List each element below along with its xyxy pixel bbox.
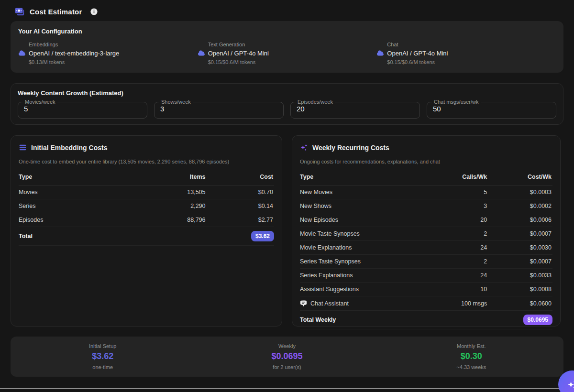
embedding-costs-table: Type Items Cost Movies 13,505 $0.70 Seri…	[19, 169, 274, 246]
embedding-costs-description: One-time cost to embed your entire libra…	[19, 159, 274, 164]
col-calls: Calls/Wk	[426, 169, 492, 185]
chat-msgs-label: Chat msgs/user/wk	[432, 99, 481, 105]
summary-value-2: $0.30	[379, 351, 563, 361]
info-icon[interactable]	[90, 8, 98, 16]
total-label: Total	[19, 227, 141, 246]
table-row: Chat Assistant 100 msgs $0.0600	[300, 296, 552, 311]
total-label: Total Weekly	[300, 311, 426, 329]
sparkles-icon	[300, 143, 308, 152]
shows-per-week-input[interactable]	[160, 105, 277, 115]
table-header-row: Type Calls/Wk Cost/Wk	[300, 169, 552, 185]
table-row: Movie Taste Synopses2$0.0007	[300, 227, 552, 241]
recurring-costs-table: Type Calls/Wk Cost/Wk New Movies5$0.0003…	[300, 169, 552, 329]
provider-model: OpenAI / GPT-4o Mini	[387, 50, 448, 57]
page-title: Cost Estimator	[30, 8, 82, 16]
summary-weekly: Weekly $0.0695 for 2 user(s)	[195, 343, 379, 370]
sparkles-icon	[567, 379, 574, 390]
below-divider-area	[0, 389, 574, 392]
summary-monthly: Monthly Est. $0.30 ~4.33 weeks	[379, 343, 563, 370]
growth-inputs: Movies/week Shows/week Episodes/week Cha…	[18, 99, 556, 119]
weekly-growth-card: Weekly Content Growth (Estimated) Movies…	[11, 83, 563, 125]
total-row: Total $3.62	[19, 227, 274, 246]
table-row: Episodes 88,796 $2.77	[19, 213, 274, 227]
cloud-icon	[376, 49, 384, 57]
provider-price: $0.15/$0.6/M tokens	[387, 59, 556, 65]
table-row: Series Explanations24$0.0033	[300, 269, 552, 283]
provider-category: Embeddings	[29, 42, 198, 47]
cost-cards-row: Initial Embedding Costs One-time cost to…	[11, 135, 563, 327]
weekly-growth-title: Weekly Content Growth (Estimated)	[18, 89, 556, 97]
episodes-per-week-field: Episodes/week	[290, 99, 420, 119]
weekly-recurring-costs-card: Weekly Recurring Costs Ongoing costs for…	[292, 135, 561, 327]
banknotes-icon	[14, 6, 25, 17]
col-cost: Cost	[210, 169, 274, 185]
chat-bubble-icon	[300, 300, 307, 307]
page-header: Cost Estimator	[11, 0, 563, 21]
provider-price: $0.13/M tokens	[29, 59, 198, 65]
table-row: Movie Explanations24$0.0030	[300, 241, 552, 255]
cloud-icon	[18, 49, 26, 57]
provider-model: OpenAI / GPT-4o Mini	[208, 50, 269, 57]
provider-chat: Chat OpenAI / GPT-4o Mini $0.15/$0.6/M t…	[376, 42, 556, 65]
provider-price: $0.15/$0.6/M tokens	[208, 59, 377, 65]
chat-msgs-input[interactable]	[433, 105, 550, 115]
movies-per-week-label: Movies/week	[23, 99, 57, 105]
table-row: Series Taste Synopses2$0.0007	[300, 255, 552, 269]
provider-model: OpenAI / text-embedding-3-large	[29, 50, 119, 57]
table-row: Assistant Suggestions10$0.0008	[300, 283, 552, 296]
table-row: New Movies5$0.0003	[300, 185, 552, 199]
col-type: Type	[19, 169, 141, 185]
col-items: Items	[141, 169, 210, 185]
col-type: Type	[300, 169, 426, 185]
ai-configuration-title: Your AI Configuration	[18, 28, 556, 35]
table-row: Movies 13,505 $0.70	[19, 185, 274, 199]
movies-per-week-input[interactable]	[24, 105, 141, 115]
total-row: Total Weekly $0.0695	[300, 311, 552, 329]
ai-provider-grid: Embeddings OpenAI / text-embedding-3-lar…	[18, 42, 556, 65]
summary-value-1: $0.0695	[195, 351, 379, 361]
provider-category: Text Generation	[208, 42, 377, 47]
cost-estimator-page: Cost Estimator Your AI Configuration Emb…	[0, 0, 574, 377]
episodes-per-week-label: Episodes/week	[296, 99, 335, 105]
embedding-costs-title: Initial Embedding Costs	[31, 144, 107, 152]
queue-list-icon	[19, 143, 27, 152]
table-header-row: Type Items Cost	[19, 169, 274, 185]
col-cost-wk: Cost/Wk	[492, 169, 552, 185]
table-row: New Shows3$0.0002	[300, 199, 552, 213]
table-row: Series 2,290 $0.14	[19, 199, 274, 213]
shows-per-week-field: Shows/week	[154, 99, 284, 119]
movies-per-week-field: Movies/week	[18, 99, 147, 119]
recurring-costs-title: Weekly Recurring Costs	[312, 144, 389, 152]
ai-configuration-panel: Your AI Configuration Embeddings OpenAI …	[11, 21, 563, 73]
provider-text-generation: Text Generation OpenAI / GPT-4o Mini $0.…	[198, 42, 377, 65]
summary-value-0: $3.62	[11, 351, 195, 361]
recurring-costs-description: Ongoing costs for recommendations, expla…	[300, 159, 552, 164]
provider-embeddings: Embeddings OpenAI / text-embedding-3-lar…	[18, 42, 198, 65]
embedding-total-badge: $3.62	[251, 231, 274, 241]
table-row: New Episodes20$0.0006	[300, 213, 552, 227]
episodes-per-week-input[interactable]	[297, 105, 414, 115]
initial-embedding-costs-card: Initial Embedding Costs One-time cost to…	[11, 135, 282, 327]
shows-per-week-label: Shows/week	[159, 99, 193, 105]
provider-category: Chat	[387, 42, 556, 47]
recurring-total-badge: $0.0695	[523, 315, 552, 325]
summary-bar: Initial Setup $3.62 one-time Weekly $0.0…	[11, 337, 563, 377]
cloud-icon	[198, 49, 205, 57]
chat-msgs-field: Chat msgs/user/wk	[427, 99, 556, 119]
summary-initial-setup: Initial Setup $3.62 one-time	[11, 343, 195, 370]
